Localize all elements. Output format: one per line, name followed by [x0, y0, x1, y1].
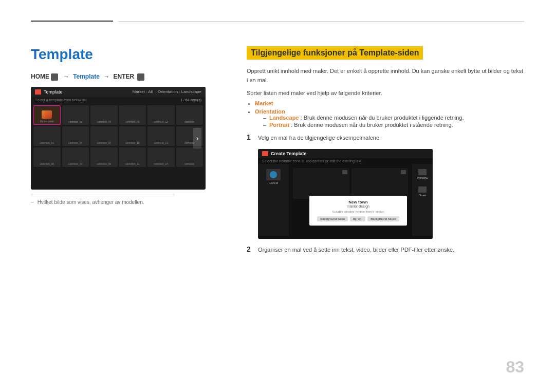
template-cell-14: common_06	[90, 147, 118, 167]
ct-dialog-btn1: Background Seen	[317, 216, 348, 221]
ct-body: Cancel	[258, 164, 433, 236]
landscape-label: Landscape	[269, 115, 299, 121]
section-title: Tilgjengelige funksjoner på Template-sid…	[247, 46, 423, 60]
step-1: 1 Velg en mal fra de tilgjengelige eksem…	[247, 133, 524, 143]
ct-main-area: New town interior design Suitable window…	[289, 164, 412, 236]
ct-dialog-buttons: Background Seen bg_ch- Background Music	[313, 216, 403, 221]
template-cell-5: common	[176, 105, 203, 125]
ct-right-panel: Preview Save	[412, 164, 433, 236]
separator-line	[31, 195, 175, 195]
template-cell-8: common_07	[90, 126, 118, 146]
template-icon	[35, 89, 41, 95]
template-ui-header: Template Market : All Orientation : Land…	[31, 87, 206, 97]
bullet-list: Market Orientation Landscape : Bruk denn…	[255, 100, 524, 128]
top-line-light	[118, 21, 524, 22]
ct-preview-btn: Preview	[417, 169, 428, 179]
ct-dialog-title: New town	[313, 200, 403, 204]
template-cell-13: common_03	[62, 147, 89, 167]
orientation-label: Orientation	[255, 108, 285, 115]
ct-dialog-btn2: bg_ch-	[350, 216, 365, 221]
template-cell-1: common_03	[62, 105, 89, 125]
breadcrumb-arrow1: →	[63, 73, 69, 80]
home-label: HOME	[31, 73, 49, 80]
ct-save-btn: Save	[418, 183, 427, 197]
ct-save-icon	[418, 186, 427, 193]
step-1-text: Velg en mal fra de tilgjengelige eksempe…	[258, 133, 381, 143]
template-ui-screenshot: Template Market : All Orientation : Land…	[31, 87, 206, 190]
bullet-market: Market	[255, 100, 524, 106]
ct-screen-2-icon	[401, 170, 406, 174]
ct-preview-icon	[418, 169, 427, 175]
ct-icon	[262, 151, 268, 156]
ct-screens	[293, 168, 408, 199]
breadcrumb-arrow2: →	[103, 73, 109, 80]
enter-icon	[137, 73, 144, 81]
right-column: Tilgjengelige funksjoner på Template-sid…	[247, 46, 524, 260]
ct-save-label: Save	[419, 194, 426, 197]
ct-title: Create Template	[271, 151, 306, 156]
sub-bullet-list: Landscape : Bruk denne modusen når du br…	[263, 115, 524, 128]
step-2-text: Organiser en mal ved å sette inn tekst, …	[258, 245, 454, 255]
sub-bullet-portrait: Portrait : Bruk denne modusen når du bru…	[263, 122, 524, 128]
sub-bullet-landscape: Landscape : Bruk denne modusen når du br…	[263, 115, 524, 121]
template-cell-12: common_00	[33, 147, 61, 167]
template-count: 1 / 64 item(s)	[180, 98, 201, 102]
bullet-orientation: Orientation Landscape : Bruk denne modus…	[255, 108, 524, 128]
template-cell-3: common_09	[119, 105, 146, 125]
home-icon	[51, 73, 58, 81]
ct-cancel-icon	[270, 171, 277, 178]
image-note: − Hvilket bilde som vises, avhenger av m…	[31, 199, 226, 205]
page-title: Template	[31, 46, 226, 63]
ct-cancel-btn: Cancel	[266, 169, 281, 184]
ct-dialog-btn3: Background Music	[367, 216, 399, 221]
template-cell-4: common_12	[147, 105, 175, 125]
template-ui-controls: Market : All Orientation : Landscape	[132, 89, 201, 94]
intro-text: Opprett unikt innhold med maler. Det er …	[247, 67, 524, 85]
template-subtitle: Select a template from below list	[35, 98, 87, 102]
template-cell-17: common	[176, 147, 203, 167]
template-cell-9: common_10	[119, 126, 146, 146]
template-nav-arrow: ›	[193, 128, 201, 148]
ct-dialog-note: Suitable window vehicle from b-dcsign	[313, 210, 403, 213]
step-2: 2 Organiser en mal ved å sette inn tekst…	[247, 245, 524, 255]
enter-label: ENTER	[114, 73, 135, 80]
create-template-ui: Create Template Select the editable zone…	[258, 149, 433, 239]
ct-dialog-subtitle: interior design	[313, 204, 403, 208]
market-label: Market	[255, 100, 273, 106]
left-column: Template HOME → Template → ENTER Templat…	[31, 46, 226, 260]
template-cell-10: common_11	[147, 126, 175, 146]
template-grid: My template common_03 common_04 common_0…	[31, 103, 206, 170]
template-cell-2: common_04	[90, 105, 118, 125]
ct-preview-label: Preview	[417, 176, 428, 179]
top-lines	[31, 21, 524, 22]
market-control: Market : All	[132, 89, 153, 94]
ct-subtitle: Select the editable zone to add content …	[258, 158, 433, 164]
ct-left-panel: Cancel	[258, 164, 289, 236]
step-1-number: 1	[247, 133, 254, 141]
template-ui-title-area: Template	[35, 89, 63, 95]
portrait-text: : Bruk denne modusen når du bruker produ…	[291, 122, 453, 128]
template-ui-label: Template	[44, 89, 63, 95]
orientation-control: Orientation : Landscape	[158, 89, 201, 94]
page-number: 83	[506, 358, 524, 377]
landscape-text: : Bruk denne modusen når du bruker produ…	[301, 115, 464, 121]
template-cell-6: common_01	[33, 126, 61, 146]
sort-text: Sorter listen med maler ved hjelp av føl…	[247, 90, 524, 96]
ct-cancel-label: Cancel	[269, 181, 279, 184]
template-cell-16: common_14	[147, 147, 175, 167]
breadcrumb-template: Template	[73, 73, 100, 80]
ct-screen-1	[293, 168, 349, 199]
template-cell-7: common_04	[62, 126, 89, 146]
ct-screen-1-icon	[342, 170, 347, 174]
my-template-icon	[42, 110, 52, 119]
breadcrumb: HOME → Template → ENTER	[31, 73, 226, 81]
ct-dialog: New town interior design Suitable window…	[309, 196, 407, 226]
template-cell-my: My template	[33, 105, 61, 125]
ct-header: Create Template	[258, 149, 433, 158]
ct-screen-2	[351, 168, 408, 199]
portrait-label: Portrait	[269, 122, 289, 128]
top-line-dark	[31, 21, 113, 22]
step-2-number: 2	[247, 245, 254, 253]
template-cell-15: common_11	[119, 147, 146, 167]
